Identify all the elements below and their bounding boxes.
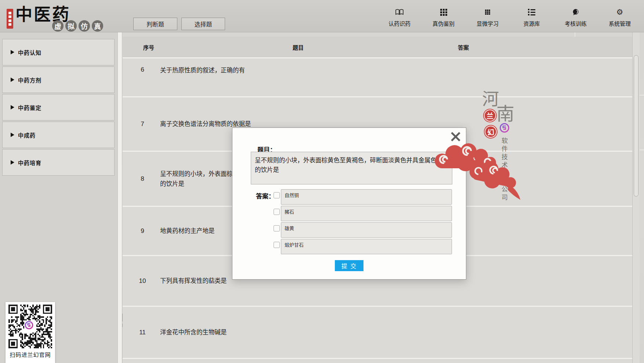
row-number: 9 (136, 227, 149, 235)
watermark-char-nan: 南 (496, 99, 514, 125)
sidebar-item-herb-identification[interactable]: 中药鉴定 (2, 94, 115, 121)
row-number: 6 (136, 66, 149, 73)
row-question: 关于热原性质的叙述，正确的有 (160, 65, 245, 75)
table-row[interactable]: 11 洋金花中所含的生物碱是 (123, 307, 632, 358)
column-header-no: 序号 (143, 43, 154, 51)
subtitle-char: 虚 (52, 20, 64, 32)
row-question: 地黄药材的主产地是 (160, 226, 215, 236)
table-row-partial (123, 359, 632, 363)
watermark-badge-lan: 兰 (483, 109, 497, 122)
lanhuan-logo-icon (25, 321, 36, 332)
answer-option: 自然铜 (274, 189, 452, 205)
lanhuan-logo-icon (499, 123, 510, 134)
option-checkbox[interactable] (274, 209, 280, 215)
gear-icon: ⚙ (616, 8, 623, 16)
nav-label: 系统管理 (609, 19, 631, 27)
qr-caption: 扫码进兰幻官网 (10, 351, 51, 358)
option-text-box[interactable]: 自然铜 (281, 189, 452, 205)
arrow-right-icon (11, 105, 14, 109)
sidebar-item-label: 中药认知 (18, 48, 41, 56)
book-icon (395, 8, 404, 16)
nav-item-authenticity[interactable]: 真伪鉴别 (422, 8, 466, 27)
main-nav: 认药识药 真伪鉴别 显微学习 资源库 (377, 8, 642, 27)
sidebar-item-herb-cultivation[interactable]: 中药培育 (2, 149, 115, 176)
sidebar-item-label: 中成药 (18, 131, 36, 139)
content-scrollbar-track[interactable] (632, 32, 640, 363)
option-checkbox[interactable] (274, 225, 280, 231)
arrow-right-icon (11, 78, 14, 82)
nav-label: 显微学习 (477, 19, 499, 27)
sidebar-item-herb-formula[interactable]: 中药方剂 (2, 67, 115, 93)
modal-answer-label: 答案： (256, 191, 275, 200)
brand-seal-stamp (7, 9, 13, 29)
arrow-right-icon (11, 160, 14, 165)
row-question: 洋金花中所含的生物碱是 (160, 327, 227, 337)
list-icon (528, 8, 535, 16)
modal-question-textarea[interactable]: 呈不规则的小块，外表面棕黄色至黄褐色，碎断面淡黄色并具金属色泽的饮片是 (251, 152, 452, 184)
option-text-box[interactable]: 雄黄 (281, 222, 452, 238)
answer-options: 自然铜 赭石 雄黄 煅炉甘石 (274, 189, 452, 254)
option-checkbox[interactable] (274, 242, 280, 248)
judge-question-button[interactable]: 判断题 (133, 18, 177, 30)
row-number: 8 (136, 175, 149, 183)
table-row[interactable]: 6 关于热原性质的叙述，正确的有 (123, 58, 632, 96)
app-window: 中医药 虚 拟 仿 真 判断题 选择题 认药识药 真伪鉴别 (0, 0, 644, 363)
answer-option: 雄黄 (274, 222, 452, 238)
sidebar-item-patent-medicine[interactable]: 中成药 (2, 122, 115, 148)
grid-icon (440, 8, 447, 16)
sidebar-item-herb-cognition[interactable]: 中药认知 (2, 39, 115, 65)
answer-option: 煅炉甘石 (274, 239, 452, 254)
row-question: 下列具有挥发性的萜类是 (160, 276, 227, 286)
column-header-answer: 答案 (458, 43, 469, 51)
nav-item-assessment[interactable]: 考核训练 (554, 8, 598, 27)
column-header-question: 题目 (293, 43, 304, 51)
option-checkbox[interactable] (274, 192, 280, 198)
option-text-box[interactable]: 赭石 (281, 206, 452, 221)
nav-label: 资源库 (523, 19, 540, 27)
sidebar-item-label: 中药方剂 (18, 76, 41, 84)
nav-label: 考核训练 (565, 19, 587, 27)
table-header: 序号 题目 答案 (123, 37, 632, 57)
sidebar-item-label: 中药鉴定 (18, 104, 41, 111)
option-text-box[interactable]: 煅炉甘石 (281, 239, 452, 254)
subtitle-char: 真 (92, 20, 103, 32)
arrow-right-icon (11, 133, 14, 137)
nav-item-microscopy[interactable]: 显微学习 (466, 8, 510, 27)
sidebar-item-label: 中药培育 (18, 159, 41, 166)
sidebar-scrollbar-track[interactable] (117, 32, 122, 363)
dots-grid-icon (485, 8, 490, 16)
answer-option: 赭石 (274, 206, 452, 221)
subtitle-char: 仿 (79, 20, 90, 32)
chat-icon (572, 8, 579, 16)
subtitle-char: 拟 (65, 20, 77, 32)
row-number: 10 (136, 277, 149, 285)
nav-item-system-settings[interactable]: ⚙ 系统管理 (598, 8, 642, 27)
brand-subtitle: 虚 拟 仿 真 (52, 20, 103, 32)
submit-button[interactable]: 提 交 (335, 260, 363, 271)
nav-label: 认药识药 (388, 19, 410, 27)
choice-question-button[interactable]: 选择题 (181, 18, 225, 30)
top-bar: 中医药 虚 拟 仿 真 判断题 选择题 认药识药 真伪鉴别 (0, 0, 644, 32)
nav-label: 真伪鉴别 (433, 19, 455, 27)
row-number: 7 (136, 121, 149, 128)
content-scrollbar-thumb[interactable] (634, 55, 638, 197)
arrow-right-icon (11, 50, 14, 54)
nav-item-drug-recognition[interactable]: 认药识药 (377, 8, 422, 27)
qr-card: 扫码进兰幻官网 (6, 302, 55, 363)
row-number: 11 (136, 329, 149, 336)
nav-item-resources[interactable]: 资源库 (510, 8, 554, 27)
qr-code (8, 305, 52, 348)
